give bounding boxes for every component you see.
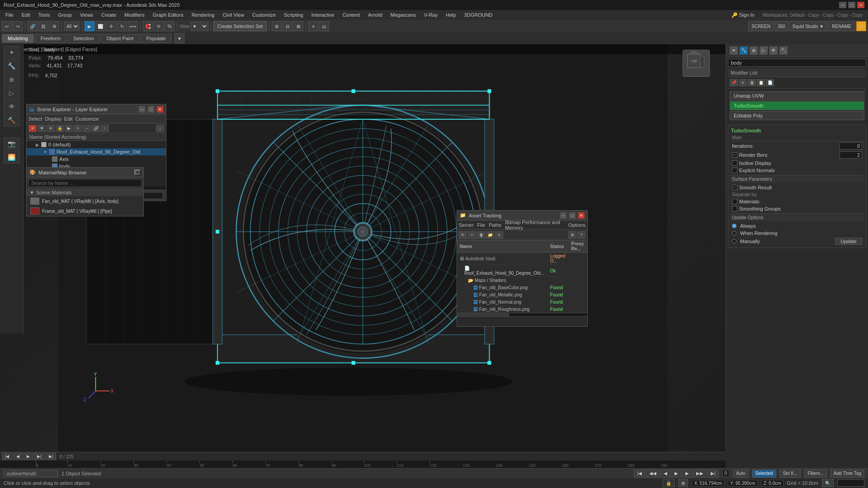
menu-graph-editors[interactable]: Graph Editors	[149, 11, 187, 19]
le-add-btn[interactable]: +	[74, 125, 82, 132]
filter-select[interactable]: All	[64, 22, 80, 31]
menu-edit[interactable]: Edit	[18, 11, 34, 19]
at-refresh-btn[interactable]: ↻	[459, 231, 467, 239]
material-browser-close[interactable]: ✕	[134, 169, 141, 176]
utility-icon[interactable]: 🔨	[779, 47, 788, 55]
squid-studio-button[interactable]: Squid Studio ▼	[789, 21, 827, 31]
create-panel-icon[interactable]: ✦	[4, 46, 20, 59]
mirror-button[interactable]: ⊟	[283, 21, 292, 31]
material-fan[interactable]: Fan_old_MAT ( VRayMtl ) [Axis, body]	[27, 196, 143, 206]
hierarchy-icon[interactable]: ⊕	[750, 47, 758, 55]
mod-copy-button[interactable]: 📋	[757, 79, 765, 86]
warning-button[interactable]: ⚠	[856, 21, 866, 31]
menu-3dground[interactable]: 3DGROUND	[461, 11, 496, 19]
menu-arnold[interactable]: Arnold	[364, 11, 386, 19]
menu-views[interactable]: Views	[76, 11, 97, 19]
menu-vray[interactable]: V-Ray	[420, 11, 441, 19]
mod-delete-button[interactable]: 🗑	[748, 79, 756, 86]
hierarchy-panel-icon[interactable]: ⊕	[4, 73, 20, 86]
stats-btn[interactable]: ⊞	[678, 479, 688, 487]
menu-create[interactable]: Create	[98, 11, 120, 19]
at-help-btn[interactable]: ?	[577, 231, 585, 239]
scene-materials-header[interactable]: ▼ Scene Materials	[27, 189, 143, 196]
timeline-play-btn[interactable]: ▶	[24, 453, 33, 460]
display-icon[interactable]: 👁	[769, 47, 778, 55]
timeline-track[interactable]: 0 10 20 30 40 50 60 70 80	[0, 460, 726, 468]
select-button[interactable]: ▶	[85, 21, 94, 31]
unlink-button[interactable]: ⛓	[38, 21, 48, 31]
modify-panel-icon[interactable]: 🔧	[4, 60, 20, 72]
le-sun-btn[interactable]: ☀	[47, 125, 55, 132]
isoline-checkbox[interactable]: ✓	[732, 160, 737, 166]
motion-icon[interactable]: ▷	[760, 47, 768, 55]
at-minimize[interactable]: ─	[560, 212, 566, 219]
play-btn[interactable]: ▶	[671, 469, 681, 478]
object-axis[interactable]: Axis	[27, 155, 166, 163]
key-filter-btn[interactable]: Filters...	[804, 469, 827, 478]
materials-checkbox[interactable]: ✓	[732, 199, 737, 204]
tab-populate[interactable]: Populate	[140, 34, 171, 43]
render-bers-input[interactable]	[840, 151, 862, 159]
create-selection-set-button[interactable]: Create Selection Set	[213, 21, 267, 31]
at-server-menu[interactable]: Server	[459, 222, 473, 228]
at-options-menu[interactable]: Options	[568, 222, 585, 228]
le-scroll-btn[interactable]: ↕	[156, 125, 164, 132]
prev-one-btn[interactable]: ◀	[660, 469, 670, 478]
at-file-menu[interactable]: File	[477, 222, 485, 228]
bind-button[interactable]: ⚙	[49, 21, 59, 31]
timeline-next-btn[interactable]: ▶|	[46, 453, 56, 460]
display-panel-icon[interactable]: 👁	[4, 100, 20, 113]
explicit-normals-checkbox[interactable]: ✓	[732, 168, 737, 173]
layer-manager-button[interactable]: ≡	[308, 21, 318, 31]
le-display-menu[interactable]: Display	[45, 116, 61, 122]
modifier-editable-poly[interactable]: Editable Poly	[730, 111, 864, 120]
le-link-btn[interactable]: 🔗	[92, 125, 100, 132]
minimize-button[interactable]: ─	[839, 2, 846, 8]
tab-selection[interactable]: Selection	[67, 34, 99, 43]
timeline-prev-btn[interactable]: |◀	[2, 453, 12, 460]
update-button[interactable]: Update	[835, 238, 862, 245]
zoom-input[interactable]	[837, 479, 864, 487]
menu-scripting[interactable]: Scripting	[280, 11, 307, 19]
at-maximize[interactable]: □	[569, 212, 576, 219]
menu-interactive[interactable]: Interactive	[308, 11, 338, 19]
manually-radio[interactable]	[732, 239, 736, 244]
timeline-next-frame-btn[interactable]: ▶|	[34, 453, 44, 460]
undo-button[interactable]: ↩	[2, 21, 12, 31]
layer-explorer-minimize[interactable]: ─	[139, 106, 145, 113]
sign-in-button[interactable]: 🔑 Sign In	[728, 11, 758, 19]
mod-stack-view[interactable]: ≡	[739, 79, 747, 86]
modify-icon[interactable]: 🔧	[740, 47, 748, 55]
scene-explorer-button[interactable]: 🗂	[319, 21, 329, 31]
menu-civil-view[interactable]: Civil View	[219, 11, 247, 19]
at-row-fan-normal[interactable]: 🖼 Fan_old_Normal.png Found	[457, 299, 587, 306]
mod-pin-button[interactable]: 📌	[730, 79, 738, 86]
scale-button[interactable]: ⟺	[128, 21, 138, 31]
zoom-btn[interactable]: 🔍	[822, 479, 834, 487]
le-select-menu[interactable]: Select	[28, 116, 42, 122]
close-button[interactable]: ✕	[857, 2, 864, 8]
tab-more-button[interactable]: ▼	[175, 33, 184, 43]
lock-btn[interactable]: 🔒	[663, 479, 675, 487]
material-search-input[interactable]	[28, 179, 142, 187]
at-row-fan-metallic[interactable]: 🖼 Fan_old_Metallic.png Found	[457, 291, 587, 299]
menu-megascans[interactable]: Megascans	[387, 11, 420, 19]
env-effects-icon[interactable]: 🌅	[4, 151, 20, 164]
le-close-btn[interactable]: ✕	[28, 125, 37, 132]
rotate-button[interactable]: ↻	[117, 21, 127, 31]
tab-modeling[interactable]: Modeling	[2, 34, 34, 43]
le-lock-btn[interactable]: 🔒	[56, 125, 64, 132]
create-icon[interactable]: ✦	[730, 47, 738, 55]
rename-button[interactable]: RENAME	[828, 21, 855, 31]
next-one-btn[interactable]: ▶	[682, 469, 692, 478]
at-list-btn[interactable]: ≡	[495, 231, 503, 239]
le-up-btn[interactable]: ↑	[101, 125, 109, 132]
iterations-input[interactable]	[840, 142, 862, 150]
modifier-unwrap-uvw[interactable]: Unwrap UVW	[730, 91, 864, 100]
le-customize-menu[interactable]: Customize	[75, 116, 99, 122]
set-key-btn[interactable]: Set K...	[780, 469, 801, 478]
angle-snap[interactable]: ⟳	[154, 21, 164, 31]
motion-panel-icon[interactable]: ▷	[4, 87, 20, 99]
menu-help[interactable]: Help	[442, 11, 460, 19]
menu-rendering[interactable]: Rendering	[188, 11, 218, 19]
